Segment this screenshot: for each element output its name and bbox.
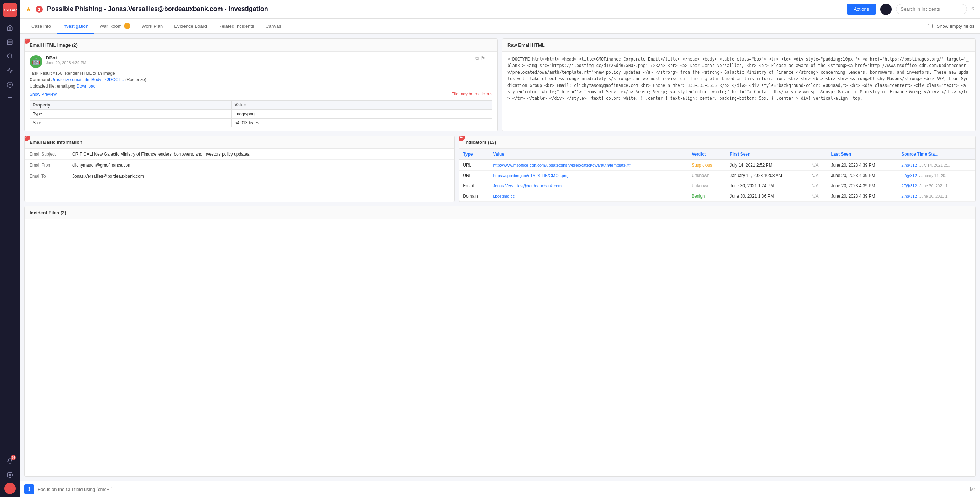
col-na <box>808 149 827 160</box>
indicator-value[interactable]: i.postimg.cc <box>490 191 688 202</box>
user-avatar[interactable]: U <box>4 483 16 494</box>
sidebar-icon-filters[interactable] <box>3 92 16 105</box>
indicators-header-row: Type Value Verdict First Seen Last Seen … <box>460 149 975 160</box>
flag-icon[interactable]: ⚑ <box>481 55 485 61</box>
bottom-panels-row: 3 Email Basic Information Email Subject … <box>24 136 976 202</box>
col-source-time[interactable]: Source Time Sta... <box>898 149 975 160</box>
cli-input[interactable] <box>38 487 966 492</box>
indicator-first-seen: July 14, 2021 2:52 PM <box>726 160 808 170</box>
search-input[interactable] <box>896 4 967 14</box>
indicator-source[interactable]: 27@312 January 11, 20... <box>898 170 975 181</box>
incident-files-title: Incident Files (2) <box>25 206 975 219</box>
prop-size-label: Size <box>30 119 232 127</box>
task-result: Task Result #158: Render HTML to an imag… <box>30 71 493 76</box>
more-options-button[interactable]: ⋮ <box>880 3 892 15</box>
indicator-source[interactable]: 27@312 July 14, 2021 2:... <box>898 160 975 170</box>
indicator-last-seen: June 20, 2023 4:39 PM <box>827 160 898 170</box>
sidebar-logo[interactable]: XSOAR <box>3 3 17 17</box>
indicator-na: N/A <box>808 160 827 170</box>
indicator-verdict: Unknown <box>688 181 726 191</box>
from-label: Email From <box>30 163 72 168</box>
sidebar-icon-incidents[interactable] <box>3 36 16 48</box>
indicators-title: Indicators (13) <box>460 136 975 149</box>
tab-canvas[interactable]: Canvas <box>260 19 287 34</box>
incident-files-panel: Incident Files (2) <box>24 206 976 477</box>
tab-work-plan[interactable]: Work Plan <box>136 19 169 34</box>
indicator-na: N/A <box>808 181 827 191</box>
tabs-bar: Case info Investigation War Room 1 Work … <box>20 19 980 34</box>
page-title: Possible Phishing - Jonas.Versailles@bor… <box>47 5 843 13</box>
sidebar-icon-search[interactable] <box>3 50 16 63</box>
tabs-right: Show empty fields <box>928 24 975 29</box>
sidebar-icon-analytics[interactable] <box>3 64 16 77</box>
col-value[interactable]: Value <box>490 149 688 160</box>
command-suffix: (Rasterize) <box>125 77 146 82</box>
raw-html-content[interactable]: <!DOCTYPE html><html> <head> <title>GMOF… <box>503 52 975 106</box>
header: ★ 1 Possible Phishing - Jonas.Versailles… <box>20 0 980 19</box>
show-empty-fields-checkbox[interactable] <box>928 24 933 29</box>
col-type[interactable]: Type <box>460 149 489 160</box>
more-icon[interactable]: ⋮ <box>487 55 493 61</box>
bottom-bar: ! M↑ <box>20 481 980 497</box>
basic-info-title: Email Basic Information <box>25 136 454 149</box>
bot-info: DBot June 20, 2023 4:39 PM <box>46 55 471 65</box>
raw-email-html-panel: Raw Email HTML <!DOCTYPE html><html> <he… <box>502 38 976 131</box>
preview-section: Show Preview File may be malicious <box>30 92 493 99</box>
col-first-seen[interactable]: First Seen <box>726 149 808 160</box>
bot-name: DBot <box>46 55 471 60</box>
indicator-last-seen: June 20, 2023 4:39 PM <box>827 170 898 181</box>
indicator-value[interactable]: http://www.msoffice-cdn.com/updatecdnsrv… <box>490 160 688 170</box>
email-html-image-panel: 2 Email HTML Image (2) 🤖 DBot June 20, 2… <box>24 38 498 131</box>
indicator-source[interactable]: 27@312 June 30, 2021 1... <box>898 191 975 202</box>
prop-col-header: Property <box>30 101 232 110</box>
table-row: Type image/png <box>30 110 493 119</box>
bot-icon: 🤖 <box>30 55 42 68</box>
indicator-last-seen: June 20, 2023 4:39 PM <box>827 181 898 191</box>
indicator-value[interactable]: Jonas.Versailles@bordeauxbank.com <box>490 181 688 191</box>
bot-actions: ⧉ ⚑ ⋮ <box>475 55 493 61</box>
indicator-type: URL <box>460 160 489 170</box>
copy-icon[interactable]: ⧉ <box>475 55 479 61</box>
indicator-source[interactable]: 27@312 June 30, 2021 1... <box>898 181 975 191</box>
indicator-verdict: Suspicious <box>688 160 726 170</box>
sidebar-icon-notifications[interactable]: 34 <box>3 454 16 467</box>
prop-type-value: image/png <box>231 110 492 119</box>
to-label: Email To <box>30 174 72 179</box>
tab-case-info[interactable]: Case info <box>25 19 57 34</box>
content-area: 2 Email HTML Image (2) 🤖 DBot June 20, 2… <box>20 34 980 481</box>
actions-button[interactable]: Actions <box>847 3 877 14</box>
war-room-badge: 1 <box>124 23 130 29</box>
sidebar-icon-settings[interactable] <box>3 468 16 481</box>
property-table: Property Value Type image/png Size <box>30 100 493 127</box>
to-value: Jonas.Versailles@bordeauxbank.com <box>72 174 449 179</box>
cli-button[interactable]: ! <box>24 484 34 494</box>
sidebar-icon-marketplace[interactable] <box>3 78 16 91</box>
value-col-header: Value <box>231 101 492 110</box>
sidebar: XSOAR 34 U <box>0 0 20 497</box>
favorite-star-icon[interactable]: ★ <box>25 5 31 13</box>
subject-label: Email Subject <box>30 152 72 157</box>
show-preview-link[interactable]: Show Preview <box>30 92 57 97</box>
tab-related-incidents[interactable]: Related Incidents <box>213 19 259 34</box>
indicators-table: Type Value Verdict First Seen Last Seen … <box>460 149 975 202</box>
prop-type-label: Type <box>30 110 232 119</box>
help-button[interactable]: ? <box>972 6 974 12</box>
col-verdict[interactable]: Verdict <box>688 149 726 160</box>
email-basic-info-panel: 3 Email Basic Information Email Subject … <box>24 136 455 202</box>
info-row-subject: Email Subject CRITICAL! New Galactic Min… <box>25 149 454 160</box>
sidebar-icon-home[interactable] <box>3 21 16 34</box>
tab-investigation[interactable]: Investigation <box>57 19 94 34</box>
bot-header: 🤖 DBot June 20, 2023 4:39 PM ⧉ ⚑ ⋮ <box>30 55 493 68</box>
tab-evidence-board[interactable]: Evidence Board <box>169 19 213 34</box>
info-row-to: Email To Jonas.Versailles@bordeauxbank.c… <box>25 171 454 182</box>
notification-badge: 34 <box>11 455 16 460</box>
indicator-value[interactable]: https://i.postimg.cc/d1Y2SddB/GMOF.png <box>490 170 688 181</box>
command-link[interactable]: !rasterize-email htmlBody="<!DOCT... <box>53 77 124 82</box>
tab-war-room[interactable]: War Room 1 <box>94 19 136 34</box>
indicator-last-seen: June 20, 2023 4:39 PM <box>827 191 898 202</box>
from-value: clichymason@gmofinance.com <box>72 163 449 168</box>
svg-line-4 <box>11 57 12 59</box>
email-html-image-title: Email HTML Image (2) <box>25 39 498 52</box>
col-last-seen[interactable]: Last Seen <box>827 149 898 160</box>
download-link[interactable]: Download <box>76 84 95 89</box>
